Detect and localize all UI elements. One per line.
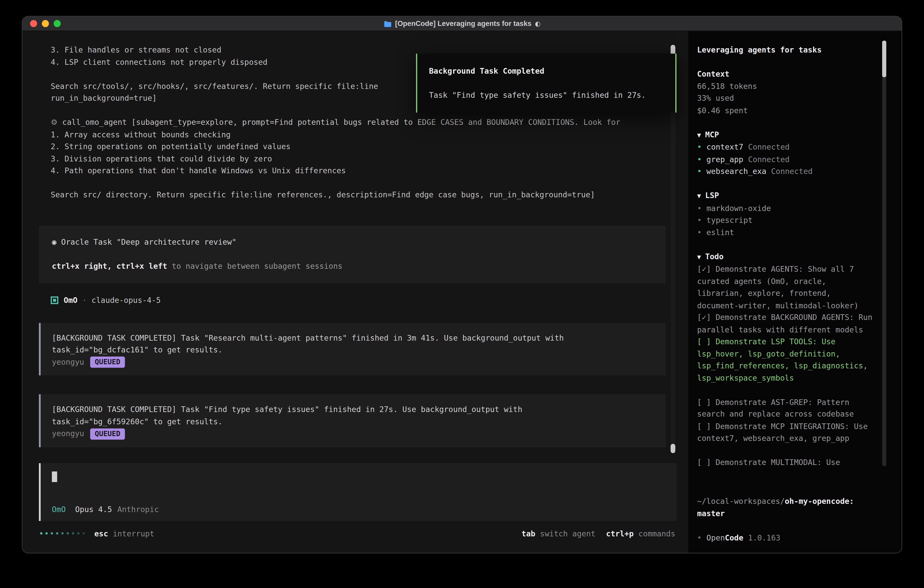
window-title-text: [OpenCode] Leveraging agents for tasks [395,20,531,28]
commands-key-label: commands [639,529,675,538]
maximize-button[interactable] [54,20,61,27]
input-model-row: OmO Opus 4.5 Anthropic [52,505,663,514]
tool-call-line: ⚙call_omo_agent [subagent_type=explore, … [39,117,688,129]
bullet-icon: • [697,533,702,542]
collapse-triangle-icon: ▼ [697,253,701,261]
oracle-blank [52,248,666,260]
prompt-input[interactable]: OmO Opus 4.5 Anthropic [39,463,676,521]
bullet-icon: • [697,155,702,164]
session-title: Leveraging agents for tasks [697,44,875,56]
tab-key-hint: tab [521,529,535,538]
sidebar: Leveraging agents for tasks Context 66,5… [688,31,901,553]
tool-call-item: 2. String operations on potentially unde… [39,141,688,153]
terminal-line-blank [39,177,688,189]
message-text: task_id="bg_6f59260c" to get results. [52,416,666,428]
terminal-main: 3. File handles or streams not closed 4.… [22,31,688,553]
tab-key-label: switch agent [540,529,595,538]
todo-item: [✓] Demonstrate AGENTS: Show all 7 curat… [697,264,875,312]
gear-icon: ⚙ [51,118,58,127]
agent-model: claude-opus-4-5 [92,296,161,304]
workspace-path: ~/local-workspaces/oh-my-opencode: [697,496,875,508]
context-used: 33% used [697,92,875,105]
bullet-icon: • [697,167,702,175]
collapse-triangle-icon: ▼ [697,192,701,200]
tool-call-tail: Search src/ directory. Return specific f… [39,189,688,201]
bullet-icon: • [697,203,702,212]
app-version: •OpenCode1.0.163 [697,532,875,544]
status-badge: QUEUED [90,357,125,368]
spinner-dots-icon [40,532,85,534]
mcp-section-header: ▼MCP [697,129,875,141]
message-panel: [BACKGROUND TASK COMPLETED] Task "Find t… [39,394,666,447]
screen: [OpenCode] Leveraging agents for tasks ◐… [0,0,924,588]
lsp-section-header: ▼LSP [697,190,875,203]
todo-item: [ ] Demonstrate AST-GREP: Pattern search… [697,396,875,420]
oracle-hint: ctrl+x right, ctrl+x left to navigate be… [52,260,666,272]
workspace-branch: master [697,508,875,520]
tool-call-item: 4. Path operations that don't handle Win… [39,165,688,177]
scrollbar-thumb[interactable] [882,41,886,77]
context-tokens: 66,518 tokens [697,81,875,92]
titlebar: [OpenCode] Leveraging agents for tasks ◐ [22,17,901,31]
traffic-lights [30,17,61,31]
toast-body: Task "Find type safety issues" finished … [429,89,675,102]
mcp-item: •websearch_exaConnected [697,165,875,178]
workspace-info: ~/local-workspaces/oh-my-opencode: maste… [697,496,875,544]
oracle-icon: ◉ [52,237,56,246]
message-author: yeongyu [52,428,84,440]
tool-call-text: call_omo_agent [subagent_type=explore, p… [62,118,620,127]
close-button[interactable] [30,20,37,27]
agent-separator: · [82,296,87,304]
bullet-icon: • [697,142,702,152]
oracle-task-panel: ◉Oracle Task "Deep architecture review" … [39,225,666,283]
mcp-item: •grep_appConnected [697,154,875,165]
message-meta: yeongyu QUEUED [52,428,666,440]
window-title: [OpenCode] Leveraging agents for tasks ◐ [383,20,541,28]
message-text: [BACKGROUND TASK COMPLETED] Task "Find t… [52,404,666,416]
context-spent: $0.46 spent [697,105,875,117]
status-badge: QUEUED [90,428,125,439]
todo-item: [ ] Demonstrate MULTIMODAL: Use [697,457,875,469]
status-right: tab switch agent ctrl+p commands [521,529,675,538]
folder-icon [383,20,391,27]
text-cursor [52,471,57,482]
opencode-window: [OpenCode] Leveraging agents for tasks ◐… [22,17,901,553]
background-task-toast: Background Task Completed Task "Find typ… [416,54,676,112]
bullet-icon: • [697,228,702,237]
agent-name: OmO [64,296,78,304]
message-author: yeongyu [52,356,84,368]
mcp-item: •context7Connected [697,141,875,154]
commands-key-hint: ctrl+p [606,529,634,538]
sidebar-scrollbar[interactable] [882,41,886,466]
agent-square-icon [51,296,58,304]
todo-item: [✓] Demonstrate BACKGROUND AGENTS: Run p… [697,312,875,336]
bullet-icon: • [697,216,702,225]
lsp-item: •typescript [697,215,875,226]
collapse-triangle-icon: ▼ [697,131,701,139]
tool-call-item: 1. Array access without bounds checking [39,129,688,141]
recording-indicator-icon: ◐ [535,20,541,28]
hint-text: to navigate between subagent sessions [167,261,342,270]
status-bar: esc interrupt tab switch agent ctrl+p co… [40,527,675,539]
esc-key-hint: esc [94,529,108,538]
message-text: task_id="bg_dcfac161" to get results. [52,344,666,356]
input-model: Opus 4.5 [75,505,112,514]
todo-item: [ ] Demonstrate MCP INTEGRATIONS: Use co… [697,420,875,444]
message-meta: yeongyu QUEUED [52,356,666,368]
agent-header: OmO · claude-opus-4-5 [39,294,688,306]
tool-call-item: 3. Division operations that could divide… [39,153,688,165]
minimize-button[interactable] [42,20,49,27]
context-heading: Context [697,68,875,81]
message-panel: [BACKGROUND TASK COMPLETED] Task "Resear… [39,323,666,375]
todo-item: [ ] Demonstrate LSP TOOLS: Use lsp_hover… [697,336,875,384]
lsp-item: •eslint [697,227,875,239]
input-agent: OmO [52,505,66,514]
message-text: [BACKGROUND TASK COMPLETED] Task "Resear… [52,332,666,344]
status-left: esc interrupt [40,529,154,538]
esc-key-label: interrupt [113,529,154,538]
hint-keys: ctrl+x right, ctrl+x left [52,261,167,270]
scrollbar-thumb[interactable] [670,444,675,453]
input-provider: Anthropic [117,505,159,514]
toast-title: Background Task Completed [429,66,675,78]
oracle-task-title: ◉Oracle Task "Deep architecture review" [52,236,666,248]
